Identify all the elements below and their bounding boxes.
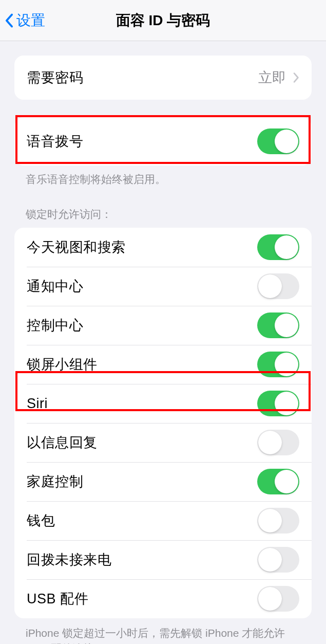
lock-access-row: 控制中心 [14, 306, 312, 345]
lock-access-label: 回拨未接来电 [27, 550, 111, 569]
voice-dial-label: 语音拨号 [27, 132, 83, 151]
lock-access-toggle[interactable] [257, 273, 299, 299]
toggle-knob [258, 274, 282, 298]
lock-access-toggle[interactable] [257, 547, 299, 573]
chevron-left-icon [5, 13, 13, 28]
require-passcode-row[interactable]: 需要密码 立即 [14, 56, 312, 100]
back-button[interactable]: 设置 [0, 11, 45, 30]
lock-access-label: USB 配件 [27, 590, 88, 608]
toggle-knob [275, 392, 298, 415]
lock-access-label: 锁屏小组件 [27, 355, 98, 374]
toggle-knob [275, 235, 298, 259]
lock-access-label: 钱包 [27, 511, 55, 530]
lock-access-toggle[interactable] [257, 469, 299, 494]
lock-access-row: 钱包 [14, 501, 312, 540]
voice-dial-group: 语音拨号 [14, 117, 312, 165]
voice-dial-row: 语音拨号 [14, 117, 312, 165]
lock-access-row: USB 配件 [14, 579, 312, 618]
row-right: 立即 [258, 68, 299, 87]
require-passcode-group: 需要密码 立即 [14, 56, 312, 100]
toggle-knob [258, 509, 282, 532]
toggle-knob [258, 548, 282, 572]
settings-content: 需要密码 立即 语音拨号 音乐语音控制将始终被启用。 锁定时允许访问： 今天视图… [0, 41, 326, 644]
usb-accessories-footer: iPhone 锁定超过一小时后，需先解锁 iPhone 才能允许 USB 配件连… [26, 625, 300, 644]
toggle-knob [258, 431, 282, 454]
lock-access-label: 以信息回复 [27, 433, 98, 452]
lock-access-row: Siri [14, 384, 312, 423]
lock-access-toggle[interactable] [257, 508, 299, 533]
lock-access-row: 锁屏小组件 [14, 345, 312, 384]
toggle-knob [275, 314, 298, 337]
toggle-knob [275, 130, 298, 153]
lock-access-toggle[interactable] [257, 234, 299, 260]
lock-access-toggle[interactable] [257, 391, 299, 416]
lock-access-row: 通知中心 [14, 267, 312, 306]
lock-access-label: 家庭控制 [27, 472, 83, 491]
lock-access-row: 家庭控制 [14, 462, 312, 501]
chevron-right-icon [293, 72, 299, 83]
lock-access-toggle[interactable] [257, 312, 299, 338]
toggle-knob [258, 587, 282, 611]
require-passcode-label: 需要密码 [27, 68, 83, 87]
lock-access-row: 以信息回复 [14, 423, 312, 462]
lock-access-row: 今天视图和搜索 [14, 228, 312, 267]
toggle-knob [275, 470, 298, 493]
lock-access-label: Siri [27, 396, 48, 412]
lock-access-row: 回拨未接来电 [14, 540, 312, 579]
page-title: 面容 ID 与密码 [116, 11, 210, 30]
require-passcode-value: 立即 [258, 68, 286, 87]
lock-access-toggle[interactable] [257, 586, 299, 612]
navigation-bar: 设置 面容 ID 与密码 [0, 0, 326, 41]
lock-access-label: 通知中心 [27, 277, 83, 296]
lock-access-group: 今天视图和搜索通知中心控制中心锁屏小组件Siri以信息回复家庭控制钱包回拨未接来… [14, 228, 312, 618]
lock-access-toggle[interactable] [257, 352, 299, 377]
toggle-knob [275, 353, 298, 376]
lock-access-label: 今天视图和搜索 [27, 238, 126, 256]
back-label: 设置 [16, 11, 45, 30]
lock-access-toggle[interactable] [257, 430, 299, 455]
voice-dial-footer: 音乐语音控制将始终被启用。 [26, 172, 300, 187]
lock-access-header: 锁定时允许访问： [26, 207, 300, 222]
voice-dial-toggle[interactable] [257, 128, 299, 154]
lock-access-label: 控制中心 [27, 316, 83, 335]
